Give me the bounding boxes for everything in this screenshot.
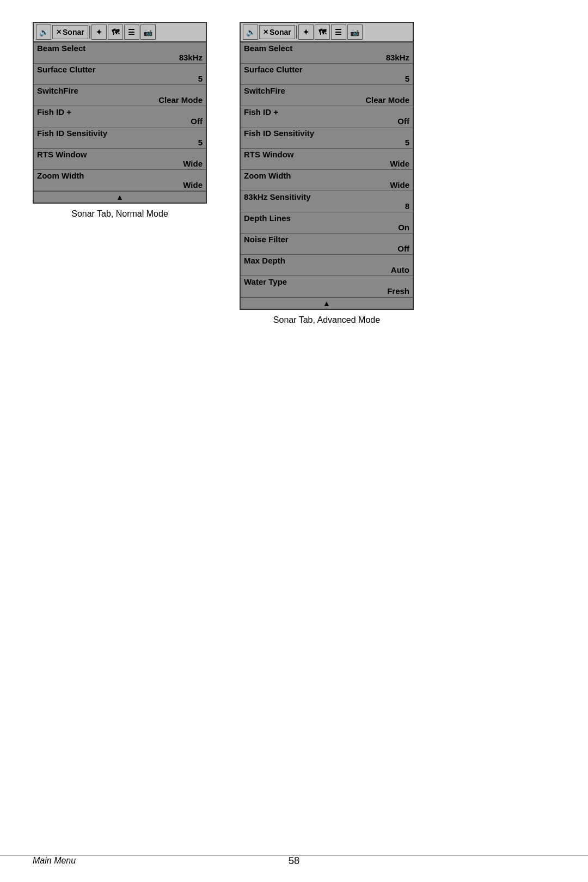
camera-icon-adv[interactable]: 📷: [347, 24, 363, 40]
water-type-value: Fresh: [244, 286, 409, 296]
menu-item-max-depth[interactable]: Max Depth Auto: [241, 255, 413, 276]
normal-mode-caption: Sonar Tab, Normal Mode: [71, 209, 168, 219]
menu-item-surface-clutter-normal[interactable]: Surface Clutter 5: [34, 64, 206, 85]
fish-sensitivity-value-adv: 5: [244, 138, 409, 147]
switchfire-value-adv: Clear Mode: [244, 95, 409, 105]
normal-mode-panel-wrapper: 🔊 ✕ Sonar ✦ 🗺 ☰ 📷 Beam Select 83kHz Surf…: [33, 22, 207, 219]
depth-lines-label: Depth Lines: [244, 213, 409, 223]
fish-id-value-adv: Off: [244, 117, 409, 126]
speaker-icon: 🔊: [36, 24, 51, 40]
menu-item-fish-sensitivity-normal[interactable]: Fish ID Sensitivity 5: [34, 127, 206, 149]
advanced-mode-panel-wrapper: 🔊 ✕ Sonar ✦ 🗺 ☰ 📷 Beam Select 83kHz Surf…: [240, 22, 414, 325]
sonar-tab-label-adv: Sonar: [270, 28, 291, 36]
normal-toolbar[interactable]: 🔊 ✕ Sonar ✦ 🗺 ☰ 📷: [34, 23, 206, 42]
surface-clutter-value-adv: 5: [244, 74, 409, 83]
beam-select-value-adv: 83kHz: [244, 53, 409, 62]
menu-item-noise-filter[interactable]: Noise Filter Off: [241, 234, 413, 255]
fish-sensitivity-label-adv: Fish ID Sensitivity: [244, 128, 409, 138]
menu-icon[interactable]: ☰: [124, 24, 139, 40]
switchfire-label-adv: SwitchFire: [244, 86, 409, 95]
menu-item-rts-window-normal[interactable]: RTS Window Wide: [34, 149, 206, 170]
depth-lines-value: On: [244, 223, 409, 232]
advanced-toolbar[interactable]: 🔊 ✕ Sonar ✦ 🗺 ☰ 📷: [241, 23, 413, 42]
zoom-width-value-normal: Wide: [37, 180, 203, 189]
footer-page-number: 58: [289, 855, 299, 867]
normal-mode-panel: 🔊 ✕ Sonar ✦ 🗺 ☰ 📷 Beam Select 83kHz Surf…: [33, 22, 207, 204]
menu-item-zoom-width-normal[interactable]: Zoom Width Wide: [34, 170, 206, 191]
camera-icon[interactable]: 📷: [140, 24, 156, 40]
menu-item-switchfire-normal[interactable]: SwitchFire Clear Mode: [34, 85, 206, 106]
noise-filter-label: Noise Filter: [244, 235, 409, 244]
menu-item-fish-sensitivity-adv[interactable]: Fish ID Sensitivity 5: [241, 127, 413, 149]
zoom-width-value-adv: Wide: [244, 180, 409, 189]
surface-clutter-label-normal: Surface Clutter: [37, 65, 203, 74]
surface-clutter-label-adv: Surface Clutter: [244, 65, 409, 74]
menu-item-beam-select-adv[interactable]: Beam Select 83kHz: [241, 42, 413, 64]
menu-item-83khz-sensitivity[interactable]: 83kHz Sensitivity 8: [241, 191, 413, 212]
fish-sensitivity-value-normal: 5: [37, 138, 203, 147]
menu-item-rts-window-adv[interactable]: RTS Window Wide: [241, 149, 413, 170]
footer-main-menu-label: Main Menu: [33, 856, 76, 866]
beam-select-label-normal: Beam Select: [37, 44, 203, 53]
fish-id-label-normal: Fish ID +: [37, 107, 203, 117]
fish-id-value-normal: Off: [37, 117, 203, 126]
advanced-mode-caption: Sonar Tab, Advanced Mode: [273, 315, 380, 325]
menu-item-surface-clutter-adv[interactable]: Surface Clutter 5: [241, 64, 413, 85]
noise-filter-value: Off: [244, 244, 409, 253]
zoom-width-label-normal: Zoom Width: [37, 171, 203, 180]
sonar-tab-icon: ✕: [56, 28, 62, 36]
rts-window-value-normal: Wide: [37, 159, 203, 168]
divider-1: [89, 26, 90, 39]
map-icon-adv[interactable]: 🗺: [315, 24, 330, 40]
switchfire-label-normal: SwitchFire: [37, 86, 203, 95]
sonar-tab-advanced[interactable]: ✕ Sonar: [259, 25, 295, 39]
rts-window-label-adv: RTS Window: [244, 150, 409, 159]
max-depth-value: Auto: [244, 265, 409, 274]
sonar-tab-normal[interactable]: ✕ Sonar: [52, 25, 88, 39]
menu-item-depth-lines[interactable]: Depth Lines On: [241, 212, 413, 234]
rts-window-value-adv: Wide: [244, 159, 409, 168]
menu-item-water-type[interactable]: Water Type Fresh: [241, 276, 413, 297]
speaker-icon-adv: 🔊: [243, 24, 258, 40]
rts-window-label-normal: RTS Window: [37, 150, 203, 159]
menu-icon-adv[interactable]: ☰: [331, 24, 346, 40]
zoom-width-label-adv: Zoom Width: [244, 171, 409, 180]
fish-sensitivity-label-normal: Fish ID Sensitivity: [37, 128, 203, 138]
surface-clutter-value-normal: 5: [37, 74, 203, 83]
scroll-indicator-normal[interactable]: ▲: [34, 191, 206, 203]
settings-icon[interactable]: ✦: [91, 24, 107, 40]
map-icon[interactable]: 🗺: [108, 24, 123, 40]
scroll-indicator-adv[interactable]: ▲: [241, 297, 413, 309]
83khz-sensitivity-value: 8: [244, 201, 409, 211]
settings-icon-adv[interactable]: ✦: [298, 24, 314, 40]
menu-item-zoom-width-adv[interactable]: Zoom Width Wide: [241, 170, 413, 191]
menu-item-switchfire-adv[interactable]: SwitchFire Clear Mode: [241, 85, 413, 106]
switchfire-value-normal: Clear Mode: [37, 95, 203, 105]
scroll-arrow-adv: ▲: [323, 299, 330, 308]
page-footer: Main Menu 58: [0, 855, 588, 866]
sonar-tab-label: Sonar: [63, 28, 84, 36]
water-type-label: Water Type: [244, 277, 409, 286]
beam-select-value-normal: 83kHz: [37, 53, 203, 62]
menu-item-beam-select-normal[interactable]: Beam Select 83kHz: [34, 42, 206, 64]
83khz-sensitivity-label: 83kHz Sensitivity: [244, 192, 409, 201]
advanced-mode-panel: 🔊 ✕ Sonar ✦ 🗺 ☰ 📷 Beam Select 83kHz Surf…: [240, 22, 414, 310]
fish-id-label-adv: Fish ID +: [244, 107, 409, 117]
divider-2: [296, 26, 297, 39]
menu-item-fish-id-adv[interactable]: Fish ID + Off: [241, 106, 413, 127]
scroll-arrow-normal: ▲: [116, 193, 124, 201]
sonar-tab-icon-adv: ✕: [263, 28, 268, 36]
menu-item-fish-id-normal[interactable]: Fish ID + Off: [34, 106, 206, 127]
max-depth-label: Max Depth: [244, 256, 409, 265]
beam-select-label-adv: Beam Select: [244, 44, 409, 53]
